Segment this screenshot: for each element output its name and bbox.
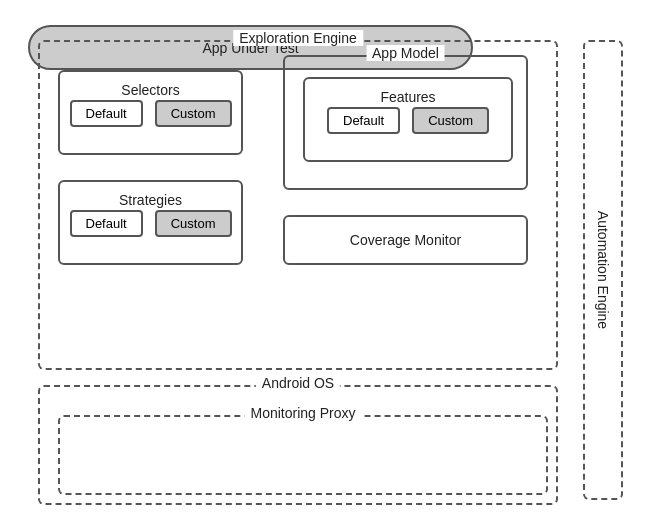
monitoring-proxy-box: Monitoring Proxy <box>58 415 548 495</box>
automation-engine-wrapper: Automation Engine <box>573 40 628 500</box>
android-os-label: Android OS <box>256 375 340 391</box>
strategies-custom-button[interactable]: Custom <box>155 210 232 237</box>
automation-engine-box: Automation Engine <box>583 40 623 500</box>
features-box: Features Default Custom <box>303 77 513 162</box>
features-label: Features <box>305 89 511 105</box>
features-default-button[interactable]: Default <box>327 107 400 134</box>
app-model-label: App Model <box>366 45 445 61</box>
coverage-monitor-box: Coverage Monitor <box>283 215 528 265</box>
selectors-box: Selectors Default Custom <box>58 70 243 155</box>
strategies-box: Strategies Default Custom <box>58 180 243 265</box>
strategies-buttons: Default Custom <box>60 210 241 237</box>
selectors-label: Selectors <box>60 82 241 98</box>
selectors-buttons: Default Custom <box>60 100 241 127</box>
features-custom-button[interactable]: Custom <box>412 107 489 134</box>
coverage-monitor-label: Coverage Monitor <box>350 232 461 248</box>
monitoring-proxy-label: Monitoring Proxy <box>244 405 361 421</box>
selectors-default-button[interactable]: Default <box>70 100 143 127</box>
strategies-label: Strategies <box>60 192 241 208</box>
architecture-diagram: Exploration Engine Selectors Default Cus… <box>28 25 628 495</box>
automation-engine-label: Automation Engine <box>595 207 611 333</box>
features-buttons: Default Custom <box>305 107 511 134</box>
selectors-custom-button[interactable]: Custom <box>155 100 232 127</box>
strategies-default-button[interactable]: Default <box>70 210 143 237</box>
exploration-engine-label: Exploration Engine <box>233 30 363 46</box>
